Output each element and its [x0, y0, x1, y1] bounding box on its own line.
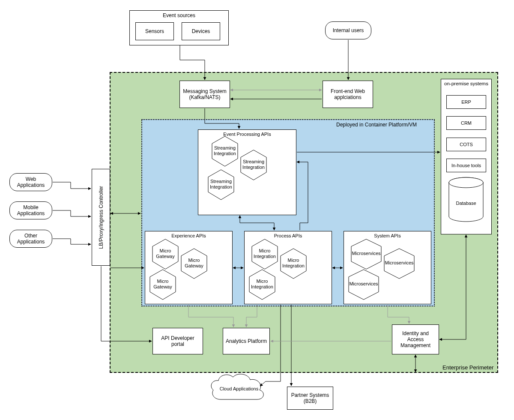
lb-proxy: LB/Proxy/Ingress Controller — [92, 169, 110, 266]
process-apis-frame: Process APIs — [244, 231, 332, 304]
event-sources-title: Event sources — [130, 11, 228, 19]
lb-proxy-label: LB/Proxy/Ingress Controller — [98, 186, 104, 249]
inhouse-box: In-house tools — [446, 159, 486, 172]
erp-box: ERP — [446, 95, 486, 109]
crm-box: CRM — [446, 116, 486, 130]
event-processing-frame: Event Processing APIs — [198, 129, 296, 215]
cloud-applications: Cloud Applications — [211, 374, 263, 399]
system-apis-frame: System APIs — [344, 231, 431, 304]
sensors-box: Sensors — [135, 22, 174, 40]
experience-apis-title: Experience APIs — [145, 231, 232, 239]
messaging-system: Messaging System (Kafka/NATS) — [179, 81, 230, 108]
enterprise-perimeter-label: Enterprise Perimeter — [442, 364, 493, 371]
devices-box: Devices — [182, 22, 220, 40]
api-developer-portal: API Developer portal — [152, 328, 203, 354]
event-processing-title: Event Processing APIs — [198, 130, 296, 138]
partner-systems: Partner Systems (B2B) — [287, 387, 333, 410]
internal-users: Internal users — [325, 21, 371, 39]
on-premise-title: on-premise systems — [441, 79, 491, 87]
process-apis-title: Process APIs — [245, 231, 332, 239]
identity-access-management: Identity and Access Management — [392, 324, 439, 354]
mobile-applications: Mobile Applications — [9, 201, 52, 219]
analytics-platform: Analytics Platform — [223, 328, 270, 354]
cloud-applications-label: Cloud Applications — [220, 386, 259, 391]
container-platform-label: Deployed in Container Platform/VM — [336, 122, 417, 128]
frontend-webapps: Front-end Web applciations — [323, 81, 373, 108]
web-applications: Web Applications — [9, 173, 52, 191]
system-apis-title: System APIs — [344, 231, 431, 239]
experience-apis-frame: Experience APIs — [145, 231, 233, 304]
other-applications: Other Applications — [9, 230, 52, 248]
cots-box: COTS — [446, 138, 486, 151]
